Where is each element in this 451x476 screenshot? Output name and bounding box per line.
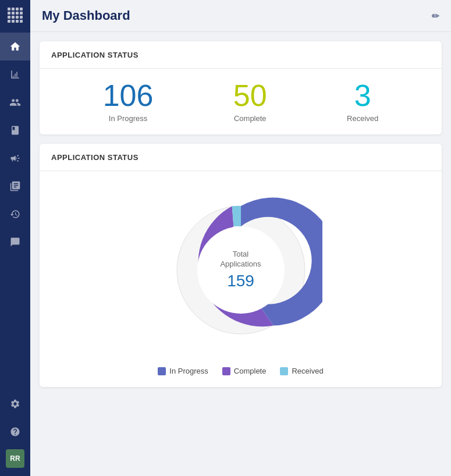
app-status-chart-card: APPLICATION STATUS	[40, 144, 442, 387]
sidebar-item-settings[interactable]	[0, 390, 30, 418]
sidebar-nav	[0, 30, 30, 390]
chart-container: Total Applications 159 In Progress Comp	[40, 171, 442, 387]
sidebar-bottom: RR	[0, 390, 30, 476]
card-header-2: APPLICATION STATUS	[40, 144, 442, 171]
donut-chart: Total Applications 159	[159, 189, 322, 351]
sidebar-item-users[interactable]	[0, 88, 30, 116]
sidebar-item-home[interactable]	[0, 33, 30, 61]
stat-number-complete: 50	[233, 80, 267, 111]
stats-row: 106 In Progress 50 Complete 3 Received	[40, 69, 442, 134]
legend-item-received: Received	[280, 367, 323, 375]
stat-in-progress: 106 In Progress	[103, 80, 154, 123]
sidebar-item-megaphone[interactable]	[0, 144, 30, 172]
legend-item-in-progress: In Progress	[158, 367, 208, 375]
stat-label-in-progress: In Progress	[103, 114, 154, 123]
stat-label-complete: Complete	[233, 114, 267, 123]
sidebar-item-charts[interactable]	[0, 61, 30, 88]
content-area: APPLICATION STATUS 106 In Progress 50 Co…	[30, 32, 451, 476]
donut-total-label: Total Applications	[220, 250, 261, 269]
card-header-1: APPLICATION STATUS	[40, 41, 442, 69]
legend-item-complete: Complete	[222, 367, 267, 375]
sidebar-item-checklist[interactable]	[0, 172, 30, 200]
chart-legend: In Progress Complete Received	[158, 367, 323, 375]
donut-total-number: 159	[220, 272, 261, 290]
edit-icon[interactable]: ✏	[432, 10, 439, 22]
legend-label-complete: Complete	[234, 367, 267, 375]
legend-dot-in-progress	[158, 367, 166, 375]
legend-dot-complete	[222, 367, 230, 375]
sidebar-item-chat[interactable]	[0, 228, 30, 256]
main-content: My Dashboard ✏ APPLICATION STATUS 106 In…	[30, 0, 451, 476]
segment-received	[232, 206, 240, 226]
donut-center-text: Total Applications 159	[220, 250, 261, 290]
legend-label-received: Received	[292, 367, 323, 375]
sidebar-item-history[interactable]	[0, 200, 30, 228]
stat-complete: 50 Complete	[233, 80, 267, 123]
app-status-numbers-card: APPLICATION STATUS 106 In Progress 50 Co…	[40, 41, 442, 134]
logo-dots	[8, 8, 23, 23]
legend-dot-received	[280, 367, 288, 375]
logo	[0, 0, 30, 30]
stat-number-in-progress: 106	[103, 80, 154, 111]
stat-label-received: Received	[347, 114, 378, 123]
page-title: My Dashboard	[42, 8, 130, 23]
legend-label-in-progress: In Progress	[169, 367, 208, 375]
sidebar-item-book[interactable]	[0, 116, 30, 144]
card-title-1: APPLICATION STATUS	[51, 51, 139, 59]
avatar[interactable]: RR	[6, 449, 24, 468]
stat-received: 3 Received	[347, 80, 378, 123]
stat-number-received: 3	[347, 80, 378, 111]
header: My Dashboard ✏	[30, 0, 451, 32]
card-title-2: APPLICATION STATUS	[51, 153, 139, 162]
sidebar: RR	[0, 0, 30, 476]
sidebar-item-help[interactable]	[0, 418, 30, 446]
